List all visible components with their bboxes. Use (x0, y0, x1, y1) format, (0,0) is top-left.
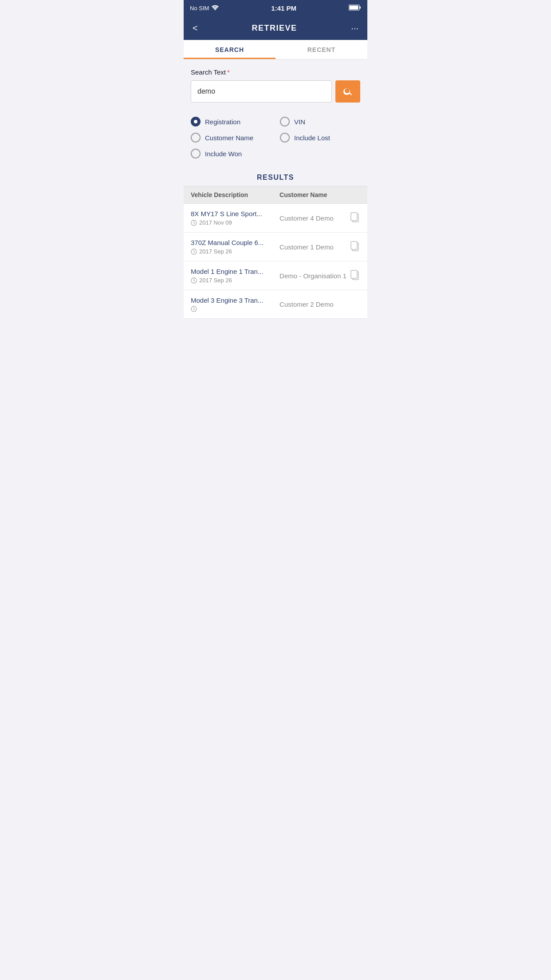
results-title: RESULTS (257, 174, 294, 181)
clock-icon (191, 277, 197, 284)
table-row[interactable]: Model 1 Engine 1 Tran... 2017 Sep 26 Dem… (184, 261, 367, 290)
radio-include-lost[interactable]: Include Lost (280, 133, 360, 142)
copy-icon[interactable] (350, 241, 360, 253)
radio-include-won[interactable]: Include Won (191, 149, 271, 158)
customer-name: Demo - Organisation 1 (279, 272, 347, 280)
column-header-vehicle: Vehicle Description (191, 191, 279, 199)
clock-icon (191, 249, 197, 255)
vehicle-cell: Model 1 Engine 1 Tran... 2017 Sep 26 (191, 268, 279, 284)
back-button[interactable]: < (191, 21, 200, 35)
table-header: Vehicle Description Customer Name (184, 186, 367, 204)
tab-search[interactable]: SEARCH (184, 40, 276, 59)
vehicle-name: 8X MY17 S Line Sport... (191, 210, 279, 217)
tab-recent[interactable]: RECENT (276, 40, 367, 59)
search-row (191, 80, 360, 103)
customer-cell: Customer 4 Demo (279, 212, 360, 224)
copy-icon[interactable] (350, 270, 360, 281)
vehicle-cell: 8X MY17 S Line Sport... 2017 Nov 09 (191, 210, 279, 226)
clock-icon (191, 306, 197, 312)
customer-name: Customer 2 Demo (279, 300, 360, 308)
customer-cell: Demo - Organisation 1 (279, 270, 360, 281)
vehicle-date (191, 306, 279, 312)
search-icon (342, 86, 353, 97)
radio-circle-vin (280, 117, 290, 126)
svg-rect-2 (359, 6, 361, 8)
radio-label-include-lost: Include Lost (294, 134, 330, 142)
vehicle-name: 370Z Manual Couple 6... (191, 239, 279, 246)
search-section: Search Text* (184, 59, 367, 110)
copy-icon[interactable] (350, 212, 360, 224)
status-time: 1:41 PM (271, 4, 296, 12)
table-row[interactable]: 8X MY17 S Line Sport... 2017 Nov 09 Cust… (184, 204, 367, 233)
clock-icon (191, 220, 197, 226)
vehicle-cell: Model 3 Engine 3 Tran... (191, 296, 279, 312)
results-list: 8X MY17 S Line Sport... 2017 Nov 09 Cust… (184, 204, 367, 319)
customer-cell: Customer 2 Demo (279, 300, 360, 308)
radio-label-vin: VIN (294, 118, 305, 126)
radio-label-customer-name: Customer Name (205, 134, 253, 142)
radio-vin[interactable]: VIN (280, 117, 360, 126)
vehicle-date: 2017 Nov 09 (191, 219, 279, 226)
status-bar: No SIM 1:41 PM (184, 0, 367, 16)
radio-label-include-won: Include Won (205, 150, 242, 158)
svg-point-0 (215, 9, 216, 10)
vehicle-date: 2017 Sep 26 (191, 277, 279, 284)
tabs-bar: SEARCH RECENT (184, 40, 367, 59)
svg-rect-12 (351, 270, 357, 278)
svg-rect-9 (351, 241, 357, 249)
more-button[interactable]: ··· (349, 21, 360, 35)
search-input[interactable] (191, 80, 332, 103)
radio-registration[interactable]: Registration (191, 117, 271, 126)
customer-name: Customer 4 Demo (279, 214, 347, 222)
search-button[interactable] (335, 80, 360, 103)
radio-circle-include-lost (280, 133, 290, 142)
table-row[interactable]: Model 3 Engine 3 Tran... Customer 2 Demo (184, 290, 367, 319)
svg-rect-3 (349, 5, 358, 9)
radio-circle-include-won (191, 149, 201, 158)
battery-icon (349, 4, 361, 12)
header: < RETRIEVE ··· (184, 16, 367, 40)
customer-cell: Customer 1 Demo (279, 241, 360, 253)
status-left: No SIM (190, 5, 219, 12)
radio-circle-customer-name (191, 133, 201, 142)
results-header: RESULTS (184, 167, 367, 186)
status-right (349, 4, 361, 12)
search-label: Search Text* (191, 68, 360, 76)
table-row[interactable]: 370Z Manual Couple 6... 2017 Sep 26 Cust… (184, 233, 367, 261)
radio-customer-name[interactable]: Customer Name (191, 133, 271, 142)
page-title: RETRIEVE (252, 24, 297, 33)
radio-label-registration: Registration (205, 118, 240, 126)
carrier-text: No SIM (190, 5, 209, 12)
customer-name: Customer 1 Demo (279, 243, 347, 251)
radio-circle-registration (191, 117, 201, 126)
vehicle-date: 2017 Sep 26 (191, 248, 279, 255)
radio-options: Registration VIN Customer Name Include L… (184, 110, 367, 167)
required-indicator: * (227, 68, 230, 76)
vehicle-cell: 370Z Manual Couple 6... 2017 Sep 26 (191, 239, 279, 255)
vehicle-name: Model 3 Engine 3 Tran... (191, 296, 279, 304)
column-header-customer: Customer Name (279, 191, 360, 199)
svg-rect-6 (351, 213, 357, 221)
vehicle-name: Model 1 Engine 1 Tran... (191, 268, 279, 275)
wifi-icon (212, 5, 219, 12)
